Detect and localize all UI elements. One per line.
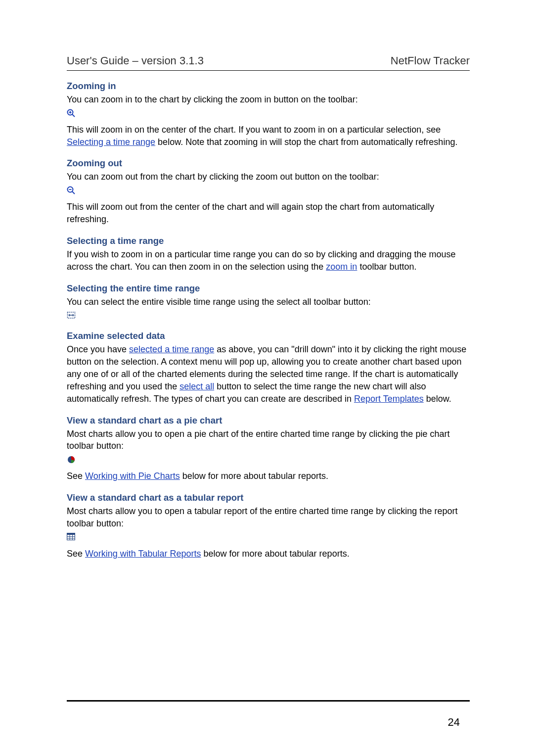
- text-select-range: If you wish to zoom in on a particular t…: [67, 248, 470, 273]
- text-zoom-in-2: This will zoom in on the center of the c…: [67, 124, 470, 148]
- text-pie-1: Most charts allow you to open a pie char…: [67, 428, 470, 453]
- header-right: NetFlow Tracker: [391, 54, 470, 67]
- select-all-icon-row: [67, 311, 470, 321]
- document-page: User's Guide – version 3.1.3 NetFlow Tra…: [0, 0, 534, 756]
- page-number: 24: [448, 716, 460, 729]
- heading-examine: Examine selected data: [67, 331, 470, 341]
- link-selected-time-range[interactable]: selected a time range: [129, 344, 214, 354]
- zoom-out-icon: [67, 186, 76, 197]
- text-examine: Once you have selected a time range as a…: [67, 343, 470, 405]
- text-tabular-1: Most charts allow you to open a tabular …: [67, 505, 470, 530]
- heading-select-range: Selecting a time range: [67, 236, 470, 246]
- text-tabular-2: See Working with Tabular Reports below f…: [67, 548, 470, 560]
- svg-line-1: [72, 114, 75, 117]
- report-icon: [67, 533, 75, 542]
- page-header: User's Guide – version 3.1.3 NetFlow Tra…: [67, 54, 470, 71]
- link-select-all[interactable]: select all: [179, 381, 214, 391]
- text-select-entire: You can select the entire visible time r…: [67, 296, 470, 308]
- text-zoom-in-1: You can zoom in to the chart by clicking…: [67, 94, 470, 106]
- svg-rect-11: [67, 533, 75, 535]
- heading-select-entire: Selecting the entire time range: [67, 283, 470, 294]
- pie-icon-row: [67, 455, 470, 465]
- link-zoom-in[interactable]: zoom in: [326, 262, 357, 272]
- text-zoom-out-2: This will zoom out from the center of th…: [67, 201, 470, 226]
- heading-zoom-in: Zooming in: [67, 81, 470, 92]
- heading-pie: View a standard chart as a pie chart: [67, 415, 470, 426]
- text-zoom-out-1: You can zoom out from the chart by click…: [67, 171, 470, 183]
- zoom-in-icon: [67, 109, 76, 120]
- footer-rule: [67, 700, 470, 702]
- link-working-tabular-reports[interactable]: Working with Tabular Reports: [85, 549, 201, 559]
- link-selecting-time-range[interactable]: Selecting a time range: [67, 137, 155, 147]
- heading-tabular: View a standard chart as a tabular repor…: [67, 492, 470, 503]
- pie-chart-icon: [67, 455, 76, 466]
- zoom-in-icon-row: [67, 109, 470, 119]
- select-all-icon: [67, 311, 76, 322]
- heading-zoom-out: Zooming out: [67, 158, 470, 169]
- zoom-out-icon-row: [67, 186, 470, 196]
- link-report-templates[interactable]: Report Templates: [354, 394, 424, 404]
- svg-line-5: [72, 191, 75, 194]
- header-left: User's Guide – version 3.1.3: [67, 54, 204, 67]
- report-icon-row: [67, 533, 470, 543]
- link-working-pie-charts[interactable]: Working with Pie Charts: [85, 471, 180, 481]
- text-pie-2: See Working with Pie Charts below for mo…: [67, 470, 470, 482]
